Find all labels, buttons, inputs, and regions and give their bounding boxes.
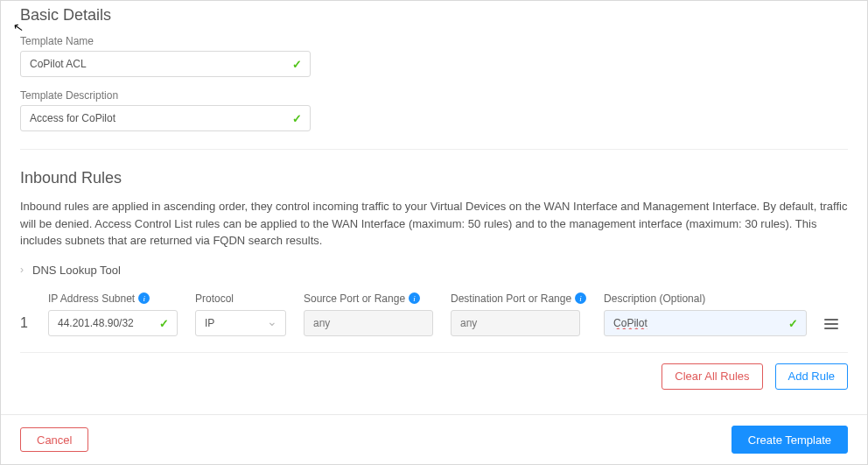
- template-name-label: Template Name: [20, 35, 848, 47]
- ip-subnet-input[interactable]: [48, 310, 178, 336]
- dns-lookup-tool-toggle[interactable]: › DNS Lookup Tool: [20, 264, 848, 277]
- info-icon[interactable]: i: [575, 292, 586, 304]
- dest-port-input: [451, 310, 580, 336]
- inbound-rules-description: Inbound rules are applied in ascending o…: [20, 198, 848, 250]
- col-source-port-label: Source Port or Range: [304, 292, 405, 305]
- rule-row: 1 IP Address Subnet i Protocol IP Source: [20, 292, 848, 336]
- cancel-button[interactable]: Cancel: [20, 427, 88, 452]
- add-rule-button[interactable]: Add Rule: [775, 363, 848, 390]
- col-dest-port-label: Destination Port or Range: [451, 292, 571, 305]
- col-ip-subnet-label: IP Address Subnet: [48, 292, 135, 305]
- basic-details-title: Basic Details: [20, 6, 848, 25]
- create-template-button[interactable]: Create Template: [732, 426, 848, 454]
- rule-menu-icon[interactable]: [824, 319, 838, 336]
- col-protocol-label: Protocol: [195, 292, 234, 305]
- divider: [20, 352, 848, 353]
- info-icon[interactable]: i: [138, 292, 150, 304]
- col-description-label: Description (Optional): [604, 292, 705, 305]
- template-desc-label: Template Description: [20, 89, 848, 102]
- source-port-input: [304, 310, 433, 336]
- footer: Cancel Create Template: [1, 414, 867, 464]
- info-icon[interactable]: i: [409, 292, 420, 304]
- rule-index: 1: [20, 315, 31, 336]
- divider: [20, 149, 848, 150]
- dns-lookup-label: DNS Lookup Tool: [32, 264, 121, 277]
- template-desc-input[interactable]: [20, 105, 311, 131]
- clear-all-rules-button[interactable]: Clear All Rules: [662, 363, 762, 390]
- template-name-input[interactable]: [20, 51, 311, 77]
- chevron-right-icon: ›: [20, 264, 24, 276]
- rule-description-input[interactable]: [604, 310, 807, 336]
- inbound-rules-title: Inbound Rules: [20, 169, 848, 187]
- protocol-select[interactable]: IP: [195, 310, 286, 336]
